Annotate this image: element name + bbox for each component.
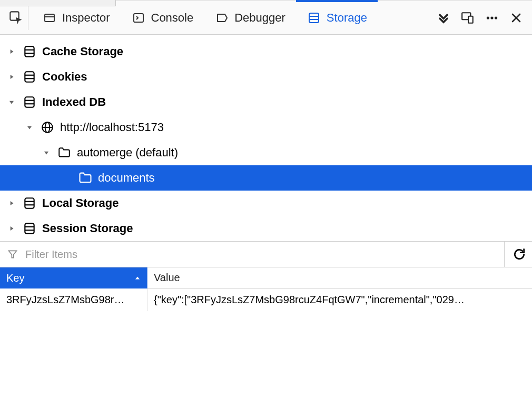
tree-label: Cache Storage: [42, 45, 123, 58]
tab-storage[interactable]: Storage: [296, 1, 378, 34]
tree-item-cookies[interactable]: Cookies: [0, 64, 532, 89]
globe-icon: [40, 120, 55, 135]
svg-point-10: [490, 16, 493, 19]
svg-marker-30: [44, 152, 48, 155]
storage-tree: Cache Storage Cookies Indexed DB http://…: [0, 35, 532, 241]
tab-inspector[interactable]: Inspector: [32, 1, 121, 34]
filter-icon: [5, 247, 20, 262]
svg-rect-15: [25, 46, 34, 57]
element-picker-icon: [9, 11, 24, 25]
tree-item-indexeddb[interactable]: Indexed DB: [0, 89, 532, 115]
filter-items-input[interactable]: [25, 248, 499, 261]
svg-rect-8: [468, 16, 473, 23]
svg-point-9: [487, 16, 489, 19]
tree-label: automerge (default): [77, 146, 178, 160]
tab-label: Storage: [327, 11, 367, 25]
debugger-icon: [214, 11, 229, 25]
column-label: Value: [154, 272, 180, 284]
console-icon: [131, 11, 146, 25]
tab-label: Console: [151, 11, 194, 25]
folder-icon: [78, 171, 93, 185]
chevron-down-icon: [6, 98, 17, 106]
svg-rect-23: [25, 97, 34, 107]
svg-rect-36: [25, 223, 34, 234]
storage-data-table: Key Value 3RFyJzsLsZ7MsbG98r… {"key":["3…: [0, 267, 532, 311]
tree-label: Indexed DB: [42, 95, 106, 109]
devtools-toolbar: Inspector Console Debugger: [0, 0, 532, 35]
svg-rect-1: [45, 14, 54, 22]
tabs-overflow-button[interactable]: [436, 11, 451, 25]
svg-marker-26: [27, 126, 32, 130]
reload-button[interactable]: [512, 247, 527, 262]
chevron-right-icon: [6, 73, 17, 81]
svg-marker-40: [135, 277, 140, 280]
database-icon: [22, 69, 37, 84]
tab-label: Inspector: [62, 11, 110, 25]
inspector-icon: [42, 11, 57, 25]
svg-rect-4: [309, 13, 319, 23]
database-icon: [22, 196, 37, 211]
svg-rect-19: [25, 72, 34, 82]
tab-label: Debugger: [234, 11, 285, 25]
tab-debugger[interactable]: Debugger: [204, 1, 296, 34]
tree-item-idb-database[interactable]: automerge (default): [0, 140, 532, 165]
svg-marker-39: [9, 251, 17, 257]
chevron-down-icon: [41, 149, 52, 156]
tree-item-session-storage[interactable]: Session Storage: [0, 216, 532, 241]
meatballs-menu-button[interactable]: [485, 11, 499, 25]
chevron-right-icon: [6, 48, 17, 55]
tree-item-local-storage[interactable]: Local Storage: [0, 191, 532, 216]
svg-rect-32: [25, 198, 34, 208]
database-icon: [22, 221, 37, 236]
svg-marker-22: [9, 101, 14, 104]
close-devtools-button[interactable]: [509, 11, 524, 25]
element-picker-button[interactable]: [4, 6, 28, 30]
chevron-right-icon: [6, 225, 17, 232]
svg-marker-31: [11, 201, 14, 205]
tree-label: http://localhost:5173: [60, 121, 164, 134]
tab-console[interactable]: Console: [121, 1, 204, 34]
tree-label: Session Storage: [42, 222, 133, 235]
tree-item-cache-storage[interactable]: Cache Storage: [0, 39, 532, 64]
svg-marker-35: [11, 226, 14, 231]
filter-bar: [0, 241, 532, 267]
table-cell-value[interactable]: {"key":["3RFyJzsLsZ7MsbG98rcuZ4FqtGW7","…: [147, 288, 532, 311]
storage-icon: [307, 11, 321, 25]
folder-icon: [57, 145, 72, 160]
svg-marker-14: [11, 49, 14, 54]
column-header-key[interactable]: Key: [0, 267, 147, 288]
tree-label: documents: [98, 171, 155, 185]
devtools-tabs: Inspector Console Debugger: [32, 1, 436, 34]
chevron-down-icon: [24, 124, 35, 131]
svg-point-11: [495, 16, 497, 19]
chevron-right-icon: [6, 200, 17, 207]
tree-item-idb-origin[interactable]: http://localhost:5173: [0, 115, 532, 140]
database-icon: [22, 95, 37, 110]
tree-label: Cookies: [42, 70, 87, 84]
database-icon: [22, 44, 37, 59]
svg-marker-18: [11, 75, 14, 79]
tree-label: Local Storage: [42, 196, 119, 210]
tree-item-idb-store[interactable]: documents: [0, 165, 532, 191]
column-label: Key: [6, 272, 24, 284]
table-cell-key[interactable]: 3RFyJzsLsZ7MsbG98r…: [0, 288, 147, 311]
column-header-value[interactable]: Value: [147, 267, 532, 288]
responsive-design-button[interactable]: [460, 11, 475, 25]
sort-ascending-icon: [134, 275, 141, 281]
